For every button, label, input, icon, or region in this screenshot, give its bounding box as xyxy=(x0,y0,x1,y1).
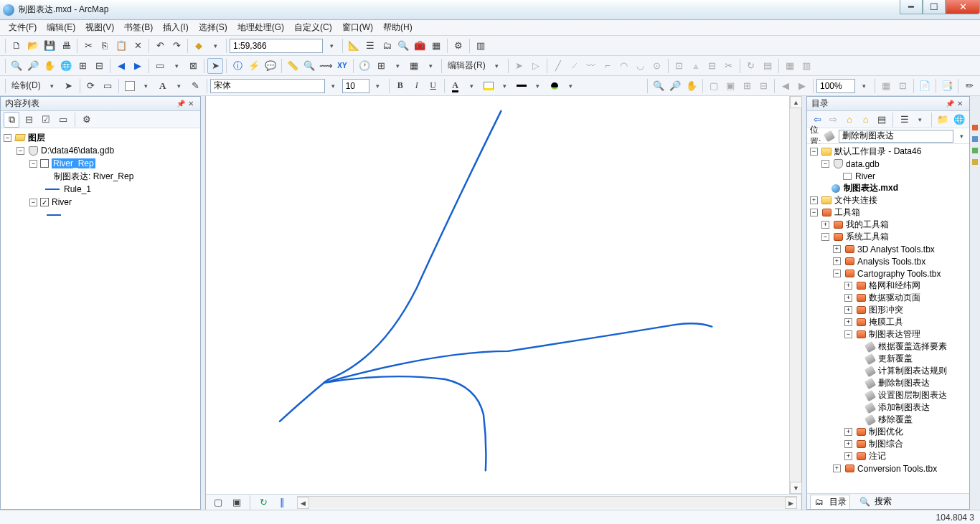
cat-mask-toolset[interactable]: +掩膜工具 xyxy=(809,316,968,328)
location-input[interactable] xyxy=(839,130,953,143)
cat-toggle-icon[interactable]: ▤ xyxy=(875,112,889,128)
vertical-scrollbar[interactable]: ▲ ▼ xyxy=(789,96,801,494)
create-viewer-icon[interactable]: ⊞ xyxy=(373,58,389,74)
cat-3d-analyst[interactable]: +3D Analyst Tools.tbx xyxy=(809,243,968,255)
cat-connect-gis-icon[interactable]: 🌐 xyxy=(952,112,966,128)
toc-icon[interactable]: ☰ xyxy=(362,38,378,54)
maximize-button[interactable]: ☐ xyxy=(923,0,946,14)
list-by-selection-icon[interactable]: ▭ xyxy=(55,112,71,128)
list-by-visibility-icon[interactable]: ☑ xyxy=(38,112,54,128)
horizontal-scrollbar[interactable]: ◀▶ xyxy=(297,496,797,508)
italic-icon[interactable]: I xyxy=(409,78,425,94)
fixed-zoom-out-icon[interactable]: ⊟ xyxy=(91,58,107,74)
tree-root-layers[interactable]: − 图层 xyxy=(2,131,199,144)
catalog-window-icon[interactable]: 🗂 xyxy=(379,38,395,54)
close-button[interactable]: ✕ xyxy=(946,0,980,14)
menu-selection[interactable]: 选择(S) xyxy=(194,20,232,35)
html-popup-icon[interactable]: 💬 xyxy=(263,58,278,74)
pin-icon[interactable]: 📌 xyxy=(945,100,955,108)
rep-toolbar-icon[interactable]: ✏ xyxy=(961,78,977,94)
cat-conflict-toolset[interactable]: +图形冲突 xyxy=(809,304,968,316)
arctoolbox-icon[interactable]: 🧰 xyxy=(412,38,428,54)
editor-label[interactable]: 编辑器(R) xyxy=(445,59,489,72)
line-color-icon[interactable] xyxy=(514,78,529,94)
minimize-button[interactable]: ━ xyxy=(900,0,923,14)
cat-anno-toolset[interactable]: +注记 xyxy=(809,450,968,462)
modelbuilder-icon[interactable]: ⚙ xyxy=(451,38,466,54)
paste-icon[interactable]: 📋 xyxy=(113,38,129,54)
bold-icon[interactable]: B xyxy=(392,78,408,94)
toc-options-icon[interactable]: ⚙ xyxy=(79,112,95,128)
cat-gdb[interactable]: −data.gdb xyxy=(809,158,968,170)
cat-folder-connections[interactable]: +文件夹连接 xyxy=(809,194,968,206)
editor-dropdown[interactable]: ▾ xyxy=(489,58,505,74)
new-icon[interactable]: 🗋 xyxy=(9,38,24,54)
cat-conversion-tools[interactable]: +Conversion Tools.tbx xyxy=(809,462,968,475)
full-extent-icon[interactable]: 🌐 xyxy=(58,58,74,74)
scale-dropdown[interactable]: ▾ xyxy=(324,38,339,54)
tree-rule1[interactable]: Rule_1 xyxy=(2,183,199,196)
cat-grid-toolset[interactable]: +格网和经纬网 xyxy=(809,280,968,292)
open-icon[interactable]: 📂 xyxy=(25,38,41,54)
change-layout-icon[interactable]: 📄 xyxy=(917,78,933,94)
delete-icon[interactable]: ✕ xyxy=(130,38,146,54)
layout-zoom-combo[interactable] xyxy=(816,79,855,93)
cat-list-icon[interactable]: ☰ xyxy=(897,112,911,128)
cat-generalize-toolset[interactable]: +制图综合 xyxy=(809,438,968,450)
editor-toolbar-icon[interactable]: 📐 xyxy=(346,38,362,54)
cat-ddp-toolset[interactable]: +数据驱动页面 xyxy=(809,292,968,304)
goto-xy-icon[interactable]: XY xyxy=(334,58,350,74)
menu-file[interactable]: 文件(F) xyxy=(4,20,41,35)
menu-edit[interactable]: 编辑(E) xyxy=(42,20,80,35)
text-a-icon[interactable]: A xyxy=(155,78,171,94)
cat-home-folder[interactable]: −默认工作目录 - Data46 xyxy=(809,146,968,158)
find-icon[interactable]: 🔍 xyxy=(301,58,317,74)
cat-tool-calc-rule[interactable]: 计算制图表达规则 xyxy=(809,365,968,377)
scroll-down-icon[interactable]: ▼ xyxy=(790,482,802,494)
cat-my-toolboxes[interactable]: +我的工具箱 xyxy=(809,219,968,231)
marker-color-icon[interactable] xyxy=(547,78,562,94)
select-elements-icon[interactable]: ➤ xyxy=(61,78,77,94)
back-icon[interactable]: ◀ xyxy=(113,58,129,74)
undo-icon[interactable]: ↶ xyxy=(152,38,168,54)
underline-icon[interactable]: U xyxy=(425,78,441,94)
cat-tool-add-rep[interactable]: 添加制图表达 xyxy=(809,401,968,414)
fixed-zoom-in-icon[interactable]: ⊞ xyxy=(75,58,90,74)
cat-home-icon[interactable]: ⌂ xyxy=(842,112,857,128)
zoom-to-selected-icon[interactable]: ▭ xyxy=(100,78,116,94)
close-panel-icon[interactable]: ✕ xyxy=(955,100,965,108)
list-by-drawing-icon[interactable]: ⧉ xyxy=(4,112,19,128)
zoom-out-icon[interactable]: 🔎 xyxy=(25,58,41,74)
cat-optimize-toolset[interactable]: +制图优化 xyxy=(809,426,968,438)
close-panel-icon[interactable]: ✕ xyxy=(186,100,196,108)
rectangle-draw-icon[interactable] xyxy=(122,78,138,94)
scale-input[interactable] xyxy=(230,39,323,53)
cat-rep-mgmt-toolset[interactable]: −制图表达管理 xyxy=(809,328,968,340)
draw-label[interactable]: 绘制(D) xyxy=(9,80,44,92)
print-icon[interactable]: 🖶 xyxy=(58,38,74,54)
fill-color-icon[interactable] xyxy=(481,78,496,94)
python-icon[interactable]: ▦ xyxy=(428,38,444,54)
data-view-icon[interactable]: ▢ xyxy=(210,495,226,510)
edit-vertices-draw-icon[interactable]: ✎ xyxy=(188,78,204,94)
pause-icon[interactable]: ‖ xyxy=(274,495,290,510)
font-size-combo[interactable] xyxy=(342,79,369,93)
cut-icon[interactable]: ✂ xyxy=(80,38,96,54)
cat-cartography-tools[interactable]: −Cartography Tools.tbx xyxy=(809,267,968,280)
checkbox-river[interactable]: ✓ xyxy=(40,198,49,206)
rotate-element-icon[interactable]: ⟳ xyxy=(83,78,99,94)
tree-river[interactable]: − ✓ River xyxy=(2,196,199,209)
identify-icon[interactable]: ⓘ xyxy=(230,58,245,74)
time-slider-icon[interactable]: 🕐 xyxy=(357,58,372,74)
hyperlink-icon[interactable]: ⚡ xyxy=(246,58,262,74)
font-color-icon[interactable]: A xyxy=(448,78,463,94)
cat-default-icon[interactable]: ⌂ xyxy=(858,112,872,128)
scroll-up-icon[interactable]: ▲ xyxy=(790,96,802,108)
pin-icon[interactable]: 📌 xyxy=(176,100,186,108)
map-canvas[interactable] xyxy=(206,96,789,494)
cat-system-toolboxes[interactable]: −系统工具箱 xyxy=(809,231,968,243)
add-data-dropdown[interactable]: ▾ xyxy=(207,38,223,54)
cat-tool-remove-override[interactable]: 移除覆盖 xyxy=(809,414,968,426)
menu-window[interactable]: 窗口(W) xyxy=(338,20,377,35)
cat-tool-set-layer-rep[interactable]: 设置图层制图表达 xyxy=(809,389,968,401)
